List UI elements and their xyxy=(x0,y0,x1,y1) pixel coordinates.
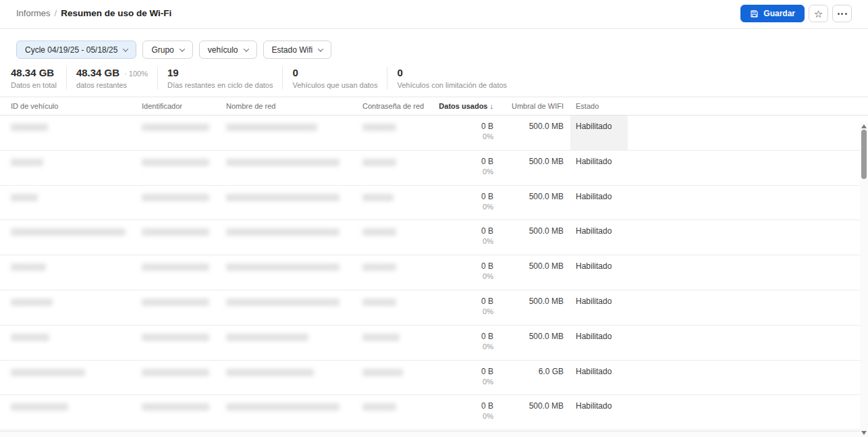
status-value: Habilitado xyxy=(576,157,628,166)
table-row[interactable]: 0 B 0% 500.0 MB Habilitado xyxy=(0,326,868,361)
table-row[interactable]: 0 B 0% 500.0 MB Habilitado xyxy=(0,151,868,186)
redacted-text xyxy=(362,124,396,131)
data-used-cell: 0 B 0% xyxy=(439,220,493,255)
status-cell[interactable]: Habilitado xyxy=(570,255,628,290)
data-used-value: 0 B xyxy=(439,261,493,271)
filter-vehicle-dropdown[interactable]: vehículo xyxy=(199,41,257,59)
status-cell[interactable]: Habilitado xyxy=(570,151,628,185)
save-button[interactable]: Guardar xyxy=(740,5,805,22)
wifi-threshold-value: 500.0 MB xyxy=(493,122,564,131)
table-row[interactable]: 0 B 0% 500.0 MB Habilitado xyxy=(0,255,868,290)
vertical-scrollbar-thumb[interactable] xyxy=(861,130,867,179)
horizontal-scrollbar-track[interactable] xyxy=(0,431,860,437)
filter-group-dropdown[interactable]: Grupo xyxy=(142,41,192,59)
favorite-button[interactable]: ☆ xyxy=(809,5,828,22)
data-used-value: 0 B xyxy=(439,297,493,306)
redacted-text xyxy=(11,263,46,271)
table-row[interactable]: 0 B 0% 6.0 GB Habilitado xyxy=(0,361,868,396)
chevron-down-icon xyxy=(318,46,323,51)
breadcrumb-informes-link[interactable]: Informes xyxy=(16,8,51,18)
redacted-text xyxy=(11,403,68,411)
data-used-cell: 0 B 0% xyxy=(439,186,493,220)
redacted-text xyxy=(226,159,340,166)
vehicle-id-cell xyxy=(11,361,142,395)
vehicle-id-cell xyxy=(11,395,142,430)
data-used-value: 0 B xyxy=(439,122,493,131)
status-value: Habilitado xyxy=(576,226,628,236)
network-password-cell xyxy=(362,220,439,255)
network-password-cell xyxy=(362,326,439,360)
wifi-threshold-cell: 500.0 MB xyxy=(493,326,564,360)
page-title: Resumen de uso de Wi-Fi xyxy=(61,8,171,18)
column-header-network-name[interactable]: Nombre de red xyxy=(226,102,362,110)
scroll-up-arrow-icon[interactable] xyxy=(861,124,867,128)
filter-wifi-status-dropdown[interactable]: Estado Wifi xyxy=(263,41,332,59)
status-cell[interactable]: Habilitado xyxy=(570,115,628,150)
wifi-threshold-cell: 500.0 MB xyxy=(493,290,564,325)
status-cell[interactable]: Habilitado xyxy=(570,186,628,220)
wifi-threshold-cell: 500.0 MB xyxy=(493,395,564,430)
data-used-cell: 0 B 0% xyxy=(439,115,493,150)
column-header-network-password[interactable]: Contraseña de red xyxy=(362,102,439,110)
filter-cycle-dropdown[interactable]: Cycle 04/19/25 - 05/18/25 xyxy=(16,41,136,59)
status-cell[interactable]: Habilitado xyxy=(570,220,628,255)
vehicle-id-cell xyxy=(11,186,142,220)
data-used-cell: 0 B 0% xyxy=(439,326,493,360)
vehicle-id-cell xyxy=(11,326,142,360)
data-used-cell: 0 B 0% xyxy=(439,361,493,395)
more-options-button[interactable] xyxy=(832,5,852,22)
column-header-data-used[interactable]: Datos usados↓ xyxy=(439,102,493,110)
network-password-cell xyxy=(362,395,439,430)
wifi-threshold-cell: 500.0 MB xyxy=(493,220,564,255)
status-cell[interactable]: Habilitado xyxy=(570,395,628,430)
data-used-value: 0 B xyxy=(439,401,493,411)
redacted-text xyxy=(362,334,400,341)
column-header-wifi-threshold[interactable]: Umbral de WIFI xyxy=(493,102,564,110)
status-value: Habilitado xyxy=(576,332,628,341)
redacted-text xyxy=(142,228,209,236)
table-row[interactable]: 0 B 0% 500.0 MB Habilitado xyxy=(0,220,868,255)
wifi-threshold-value: 500.0 MB xyxy=(493,297,564,306)
stat-vehicles-limited-label: Vehículos con limitación de datos xyxy=(397,81,507,89)
network-password-cell xyxy=(362,186,439,220)
data-used-cell: 0 B 0% xyxy=(439,255,493,290)
redacted-text xyxy=(226,124,317,131)
status-cell[interactable]: Habilitado xyxy=(570,361,628,395)
status-cell[interactable]: Habilitado xyxy=(570,290,628,325)
filter-cycle-label: Cycle 04/19/25 - 05/18/25 xyxy=(25,45,117,55)
network-name-cell xyxy=(226,326,362,360)
data-used-percent: 0% xyxy=(439,412,493,421)
scroll-down-arrow-icon[interactable] xyxy=(861,431,867,435)
vertical-scrollbar[interactable] xyxy=(860,122,868,437)
data-used-percent: 0% xyxy=(439,237,493,246)
wifi-threshold-value: 6.0 GB xyxy=(493,367,564,376)
network-name-cell xyxy=(226,290,362,325)
redacted-text xyxy=(226,228,340,236)
table-row[interactable]: 0 B 0% 500.0 MB Habilitado xyxy=(0,395,868,430)
network-name-cell xyxy=(226,151,362,185)
table-row[interactable]: 0 B 0% 500.0 MB Habilitado xyxy=(0,115,868,151)
table-row[interactable]: 0 B 0% 500.0 MB Habilitado xyxy=(0,290,868,326)
identifier-cell xyxy=(142,151,226,185)
identifier-cell xyxy=(142,361,226,395)
top-bar: Informes / Resumen de uso de Wi-Fi Guard… xyxy=(0,0,868,29)
column-header-status[interactable]: Estado xyxy=(570,102,628,110)
data-used-cell: 0 B 0% xyxy=(439,395,493,430)
data-used-percent: 0% xyxy=(439,307,493,316)
status-cell[interactable]: Habilitado xyxy=(570,326,628,360)
data-used-percent: 0% xyxy=(439,342,493,351)
column-header-identifier[interactable]: Identificador xyxy=(142,102,226,110)
redacted-text xyxy=(11,228,126,236)
redacted-text xyxy=(142,403,209,411)
table-row[interactable]: 0 B 0% 500.0 MB Habilitado xyxy=(0,186,868,221)
data-used-percent: 0% xyxy=(439,168,493,176)
network-name-cell xyxy=(226,186,362,220)
status-value: Habilitado xyxy=(576,261,628,271)
redacted-text xyxy=(11,299,53,306)
floppy-disk-icon xyxy=(750,9,759,18)
identifier-cell xyxy=(142,255,226,290)
filter-vehicle-label: vehículo xyxy=(208,45,238,55)
column-header-vehicle-id[interactable]: ID de vehículo xyxy=(11,102,142,110)
vehicle-id-cell xyxy=(11,290,142,325)
stat-days-left-label: Días restantes en ciclo de datos xyxy=(167,81,273,89)
